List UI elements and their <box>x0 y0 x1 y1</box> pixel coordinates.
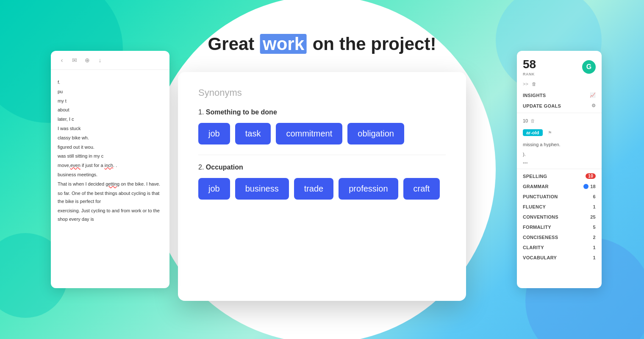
text-line: classy bike wh. <box>58 134 163 142</box>
punctuation-label: PUNCTUATION <box>523 194 558 199</box>
main-heading: Great work on the project! <box>208 34 436 54</box>
right-panel-nav: >> 🗑 <box>517 80 602 90</box>
meaning-2-number: 2. <box>198 164 204 171</box>
meaning-2-tags: job business trade profession craft <box>198 178 446 200</box>
flag-icon[interactable]: ⚑ <box>548 130 552 135</box>
suggestion-area: 10 🗑 <box>517 115 602 127</box>
text-line: move,even if just for a inch. . <box>58 161 163 170</box>
clarity-count: 1 <box>593 245 596 250</box>
punctuation-count: 6 <box>593 194 596 199</box>
synonym-obligation[interactable]: obligation <box>347 123 404 144</box>
suggestion-sub: ). <box>517 149 602 159</box>
rank-label: RANK <box>523 72 536 76</box>
spelling-label: SPELLING <box>523 174 547 179</box>
grammar-row[interactable]: GRAMMAR 18 <box>517 181 602 192</box>
highlight-tag: ar-old <box>523 129 543 136</box>
left-panel: ‹ ✉ ⊕ ↓ f. pu my t about later, I c I wa… <box>51 51 169 288</box>
rank-section: 58 RANK <box>523 58 536 76</box>
text-line: pu <box>58 88 163 96</box>
text-line: so far. One of the best things about cyc… <box>58 189 163 206</box>
formality-label: FORMALITY <box>523 225 551 230</box>
text-line: later, I c <box>58 115 163 124</box>
synonym-job-1[interactable]: job <box>198 123 230 144</box>
vocabulary-label: VOCABULARY <box>523 255 557 260</box>
grammar-count: 18 <box>590 184 596 189</box>
download-icon[interactable]: ↓ <box>96 56 104 64</box>
synonym-task[interactable]: task <box>235 123 271 144</box>
clarity-label: CLARITY <box>523 245 544 250</box>
divider <box>198 155 446 155</box>
insights-row[interactable]: INSIGHTS 📈 <box>517 90 602 100</box>
trash-small-icon[interactable]: 🗑 <box>530 118 535 123</box>
conciseness-label: CONCISENESS <box>523 235 558 240</box>
synonym-job-2[interactable]: job <box>198 178 230 200</box>
vocabulary-row[interactable]: VOCABULARY 1 <box>517 253 602 263</box>
synonyms-title: Synonyms <box>198 87 446 98</box>
text-line: about <box>58 106 163 114</box>
heading-highlighted-word: work <box>260 34 307 54</box>
conventions-row[interactable]: CONVENTIONS 25 <box>517 212 602 222</box>
nav-forward-icon[interactable]: >> <box>523 81 528 86</box>
meaning-1-number: 1. <box>198 108 204 116</box>
fluency-label: FLUENCY <box>523 204 546 209</box>
settings-icon: ⚙ <box>591 103 596 108</box>
synonym-profession[interactable]: profession <box>339 178 398 200</box>
synonym-business[interactable]: business <box>235 178 289 200</box>
grammarly-icon[interactable]: G <box>582 60 596 74</box>
suggestion-text: missing a hyphen. <box>517 139 602 149</box>
formality-count: 5 <box>593 225 596 230</box>
left-panel-toolbar: ‹ ✉ ⊕ ↓ <box>51 51 169 70</box>
text-line: business meetings. <box>58 171 163 179</box>
text-line: figured out it wou. <box>58 143 163 152</box>
right-panel-header: 58 RANK G <box>517 51 602 80</box>
grammar-dot <box>583 184 588 189</box>
conciseness-row[interactable]: CONCISENESS 2 <box>517 232 602 242</box>
add-icon[interactable]: ⊕ <box>83 56 92 64</box>
punctuation-row[interactable]: PUNCTUATION 6 <box>517 192 602 202</box>
vocabulary-count: 1 <box>593 255 596 260</box>
text-line: That is when I decided getting on the bi… <box>58 180 163 189</box>
more-icon[interactable]: ••• <box>517 158 602 167</box>
update-goals-row[interactable]: UPDATE GOALS ⚙ <box>517 100 602 111</box>
meaning-2-definition: 2. Occupation <box>198 164 446 171</box>
spelling-badge: 10 <box>586 173 596 179</box>
back-icon[interactable]: ‹ <box>58 56 66 64</box>
insights-label: INSIGHTS <box>523 93 546 98</box>
text-line: exercising. Just cycling to and from wor… <box>58 207 163 224</box>
chart-icon: 📈 <box>590 92 596 98</box>
synonym-commitment[interactable]: commitment <box>276 123 342 144</box>
meaning-1-text: Something to be done <box>206 108 277 116</box>
fluency-row[interactable]: FLUENCY 1 <box>517 202 602 212</box>
conventions-count: 25 <box>590 214 596 220</box>
text-line: f. <box>58 78 163 87</box>
update-goals-label: UPDATE GOALS <box>523 103 561 108</box>
rank-number: 58 <box>523 58 536 71</box>
right-panel: 58 RANK G >> 🗑 INSIGHTS 📈 UPDATE GOALS ⚙… <box>517 51 602 288</box>
suggestion-count: 10 <box>523 118 528 123</box>
left-panel-text: f. pu my t about later, I c I was stuck … <box>51 70 169 233</box>
meaning-1-tags: job task commitment obligation <box>198 123 446 144</box>
grammar-label: GRAMMAR <box>523 184 549 189</box>
clarity-row[interactable]: CLARITY 1 <box>517 242 602 253</box>
meaning-2-text: Occupation <box>206 164 243 171</box>
spelling-row[interactable]: SPELLING 10 <box>517 171 602 181</box>
text-line: my t <box>58 97 163 106</box>
synonym-trade[interactable]: trade <box>294 178 334 200</box>
conventions-label: CONVENTIONS <box>523 214 558 220</box>
fluency-count: 1 <box>593 204 596 209</box>
text-line: was still sitting in my c <box>58 152 163 161</box>
heading-prefix: Great <box>208 34 255 54</box>
text-line: I was stuck <box>58 125 163 133</box>
inbox-icon[interactable]: ✉ <box>70 56 79 64</box>
synonym-craft[interactable]: craft <box>403 178 440 200</box>
synonyms-card: Synonyms 1. Something to be done job tas… <box>178 72 466 301</box>
formality-row[interactable]: FORMALITY 5 <box>517 222 602 232</box>
trash-icon[interactable]: 🗑 <box>532 81 536 86</box>
meaning-1-definition: 1. Something to be done <box>198 108 446 116</box>
heading-suffix: on the project! <box>313 34 436 54</box>
highlight-tag-section: ar-old ⚑ <box>517 127 602 139</box>
conciseness-count: 2 <box>593 235 596 240</box>
